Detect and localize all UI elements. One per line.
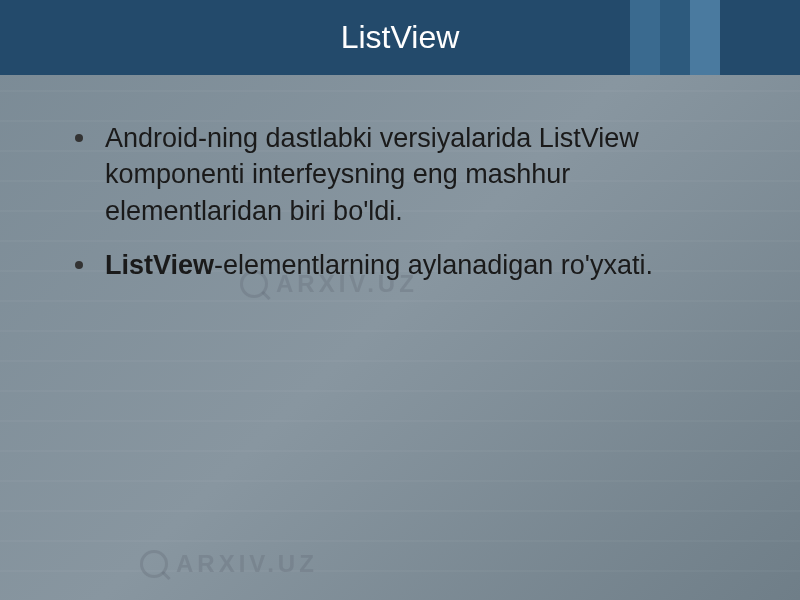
bullet-dot-icon — [75, 261, 83, 269]
slide-content: Android-ning dastlabki versiyalarida Lis… — [75, 120, 725, 302]
accent-block — [690, 0, 720, 75]
bullet-item: ListView-elementlarning aylanadigan ro'y… — [75, 247, 725, 283]
header-accent-blocks — [630, 0, 720, 75]
bullet-suffix: -elementlarning aylanadigan ro'yxati. — [214, 250, 653, 280]
bullet-bold-prefix: ListView — [105, 250, 214, 280]
bullet-dot-icon — [75, 134, 83, 142]
magnifier-icon — [140, 550, 168, 578]
slide-header: ListView — [0, 0, 800, 75]
watermark-bottom: ARXIV.UZ — [140, 550, 318, 578]
accent-block — [660, 0, 690, 75]
watermark-text: ARXIV.UZ — [176, 550, 318, 578]
bullet-text: Android-ning dastlabki versiyalarida Lis… — [105, 120, 725, 229]
slide-title: ListView — [341, 19, 460, 56]
bullet-item: Android-ning dastlabki versiyalarida Lis… — [75, 120, 725, 229]
bullet-text: ListView-elementlarning aylanadigan ro'y… — [105, 247, 653, 283]
accent-block — [630, 0, 660, 75]
